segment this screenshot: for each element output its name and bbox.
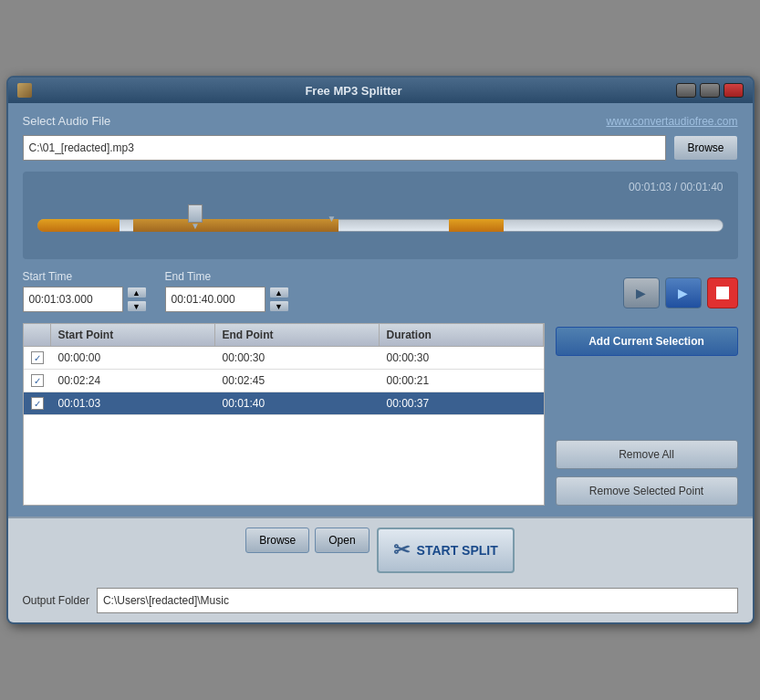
remove-all-button[interactable]: Remove All (556, 440, 738, 469)
slider-fill-selected (133, 219, 339, 232)
table-header: Start Point End Point Duration (24, 324, 544, 347)
minimize-button[interactable] (676, 83, 696, 98)
window-title: Free MP3 Splitter (305, 84, 401, 98)
playback-controls: ▶ ▶ (623, 277, 738, 312)
title-bar-left (17, 83, 32, 98)
end-time-up-button[interactable]: ▲ (269, 287, 289, 298)
slider-thumb-main[interactable] (188, 204, 203, 232)
website-link[interactable]: www.convertaudiofree.com (606, 115, 737, 128)
content-area: Select Audio File www.convertaudiofree.c… (8, 103, 753, 517)
maximize-button[interactable] (700, 83, 720, 98)
slider-fill-right (449, 219, 504, 232)
title-bar: Free MP3 Splitter (8, 78, 753, 103)
select-audio-label: Select Audio File (23, 114, 111, 128)
main-row: Start Point End Point Duration 00:00:00 … (23, 323, 738, 506)
row-checkbox[interactable] (24, 347, 51, 369)
top-section: Select Audio File www.convertaudiofree.c… (23, 114, 738, 128)
end-time-group: End Time ▲ ▼ (165, 270, 289, 312)
add-selection-button[interactable]: Add Current Selection (556, 327, 738, 356)
row-end: 00:00:30 (215, 347, 380, 369)
checkbox-3[interactable] (31, 397, 44, 410)
title-bar-center: Free MP3 Splitter (32, 84, 676, 98)
checkbox-2[interactable] (31, 374, 44, 387)
title-bar-controls (676, 83, 744, 98)
start-time-down-button[interactable]: ▼ (127, 300, 147, 312)
output-path-input[interactable] (97, 588, 738, 613)
timeline-section: 00:01:03 / 00:01:40 (23, 172, 738, 259)
bottom-row-btns: Browse Open (245, 528, 369, 573)
play-selection-icon: ▶ (678, 286, 688, 300)
output-folder-label: Output Folder (23, 594, 89, 607)
row-checkbox[interactable] (24, 370, 51, 392)
end-time-input-row: ▲ ▼ (165, 287, 289, 312)
table-body: 00:00:00 00:00:30 00:00:30 00:02:24 00:0… (24, 347, 544, 415)
col-header-start: Start Point (51, 324, 215, 346)
slider-thumb-end[interactable] (325, 214, 338, 232)
row-end: 00:02:45 (215, 370, 380, 392)
start-time-group: Start Time ▲ ▼ (23, 270, 147, 312)
start-time-input[interactable] (23, 287, 123, 312)
col-header-duration: Duration (380, 324, 544, 346)
app-icon (17, 83, 32, 98)
play-button[interactable]: ▶ (623, 277, 660, 308)
row-duration: 00:00:30 (380, 347, 544, 369)
scissors-icon: ✂ (393, 538, 410, 562)
slider-fill-left (37, 219, 120, 232)
selection-table: Start Point End Point Duration 00:00:00 … (23, 323, 545, 506)
col-header-check (24, 324, 51, 346)
start-split-label: START SPLIT (417, 543, 498, 558)
end-time-spinners: ▲ ▼ (269, 287, 289, 312)
table-row-selected[interactable]: 00:01:03 00:01:40 00:00:37 (24, 392, 544, 415)
browse-top-button[interactable]: Browse (673, 135, 737, 161)
file-row: Browse (23, 135, 738, 161)
row-duration: 00:00:21 (380, 370, 544, 392)
table-row[interactable]: 00:00:00 00:00:30 00:00:30 (24, 347, 544, 370)
table-row[interactable]: 00:02:24 00:02:45 00:00:21 (24, 370, 544, 392)
open-button[interactable]: Open (315, 528, 369, 553)
time-display: 00:01:03 / 00:01:40 (37, 181, 724, 193)
start-time-up-button[interactable]: ▲ (127, 287, 147, 298)
checkbox-1[interactable] (31, 351, 44, 364)
start-time-input-row: ▲ ▼ (23, 287, 147, 312)
row-checkbox[interactable] (24, 392, 51, 414)
row-start: 00:01:03 (51, 392, 215, 414)
col-header-end: End Point (215, 324, 380, 346)
start-time-spinners: ▲ ▼ (127, 287, 147, 312)
end-time-down-button[interactable]: ▼ (269, 300, 289, 312)
controls-row: Start Time ▲ ▼ End Time ▲ ▼ (23, 270, 738, 312)
close-button[interactable] (724, 83, 744, 98)
stop-icon (716, 287, 729, 299)
remove-selected-button[interactable]: Remove Selected Point (556, 476, 738, 506)
start-split-button[interactable]: ✂ START SPLIT (377, 528, 515, 573)
file-path-input[interactable] (23, 135, 667, 161)
row-start: 00:00:00 (51, 347, 215, 369)
side-buttons: Add Current Selection Remove All Remove … (556, 323, 738, 506)
row-duration: 00:00:37 (380, 392, 544, 414)
bottom-section: Browse Open ✂ START SPLIT Output Folder (8, 517, 753, 622)
play-icon: ▶ (636, 286, 646, 300)
browse-bottom-button[interactable]: Browse (245, 528, 309, 553)
end-time-label: End Time (165, 270, 289, 283)
stop-button[interactable] (707, 277, 738, 308)
slider-container[interactable] (37, 201, 724, 246)
main-window: Free MP3 Splitter Select Audio File www.… (6, 76, 755, 624)
row-start: 00:02:24 (51, 370, 215, 392)
end-time-input[interactable] (165, 287, 265, 312)
row-end: 00:01:40 (215, 392, 380, 414)
play-selection-button[interactable]: ▶ (665, 277, 702, 308)
start-time-label: Start Time (23, 270, 147, 283)
